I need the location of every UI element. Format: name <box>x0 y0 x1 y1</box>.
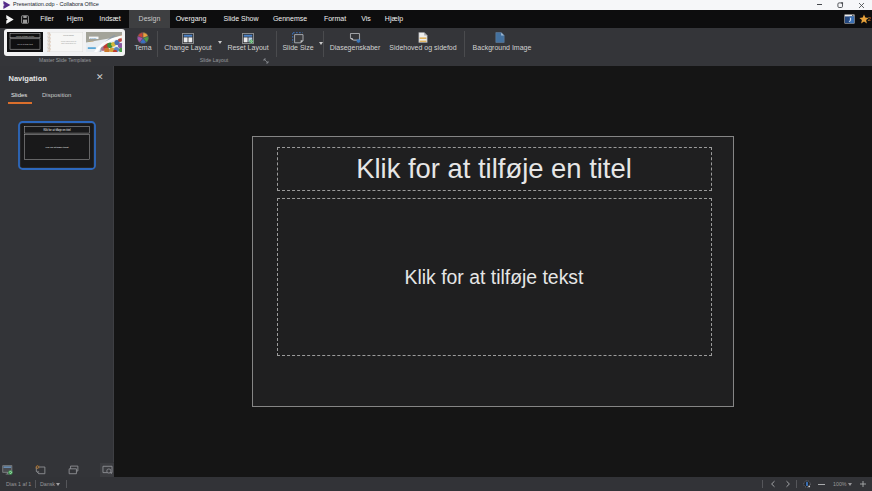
svg-text:2: 2 <box>868 15 871 21</box>
svg-text:Lorem: Lorem <box>89 40 94 42</box>
svg-text:Klik for at tilføje tekst: Klik for at tilføje tekst <box>45 146 68 149</box>
svg-text:amet consectetur elit: amet consectetur elit <box>61 42 76 44</box>
svg-text:Klik for at tilføje en titel: Klik for at tilføje en titel <box>43 128 70 132</box>
svg-text:Klik for at tilføje tekst: Klik for at tilføje tekst <box>17 43 33 45</box>
svg-text:Klik for at tilføje en titel: Klik for at tilføje en titel <box>16 35 35 37</box>
svg-text:Lorem ipsum dolor sit: Lorem ipsum dolor sit <box>60 40 76 42</box>
svg-text:Lorem ipsum: Lorem ipsum <box>63 34 74 36</box>
